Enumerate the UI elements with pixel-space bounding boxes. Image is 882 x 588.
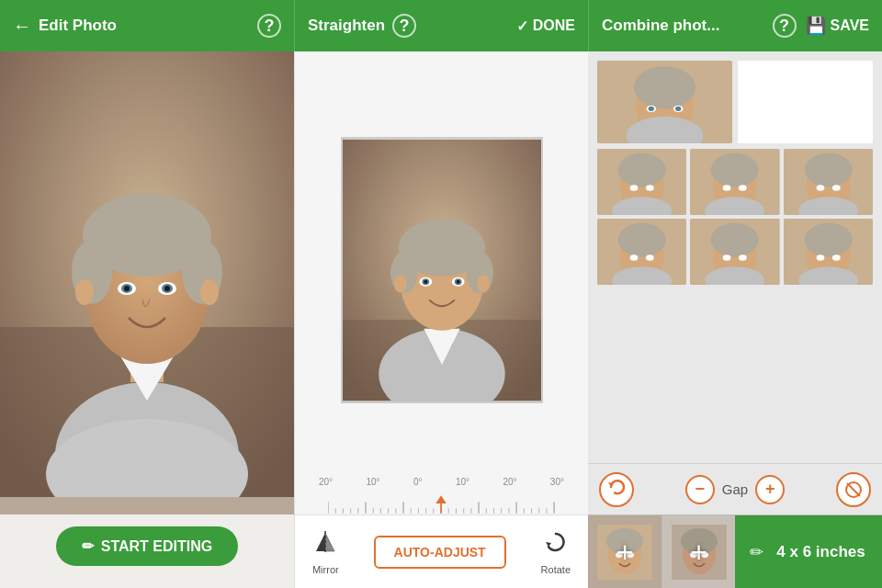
left-photo (0, 51, 294, 514)
photo-grid-row2 (597, 149, 873, 215)
add-photo-slot-1[interactable]: + (588, 515, 662, 588)
edit-pencil-icon: ✏ (82, 537, 94, 555)
size-label: 4 x 6 inches (775, 543, 867, 561)
grid-photo-3 (597, 149, 686, 215)
svg-point-89 (711, 153, 759, 187)
svg-point-83 (618, 153, 666, 187)
svg-marker-72 (546, 542, 551, 547)
svg-point-78 (649, 107, 654, 111)
svg-point-102 (630, 254, 639, 260)
middle-panel-title: Straighten (308, 17, 385, 35)
svg-point-108 (723, 254, 731, 260)
auto-adjust-label: AUTO-ADJUST (394, 545, 486, 560)
svg-point-101 (618, 223, 666, 257)
svg-point-84 (630, 185, 639, 190)
straighten-photo-frame (341, 137, 543, 403)
straighten-photo-area (295, 51, 588, 473)
middle-panel: 20° 10° 0° 10° 20° 30° ruler ticks (294, 51, 588, 588)
bottom-strip: + + ✏ 4 x 6 inches (588, 514, 882, 588)
svg-point-90 (723, 185, 731, 190)
svg-marker-70 (325, 533, 334, 551)
gap-decrease-button[interactable]: − (685, 475, 715, 504)
svg-point-85 (646, 185, 654, 190)
rotate-tool[interactable]: Rotate (541, 529, 571, 575)
ruler-ticks: ruler ticks (310, 487, 573, 514)
done-check-icon: ✓ (516, 17, 528, 35)
start-editing-label: START EDITING (101, 538, 212, 555)
svg-marker-68 (435, 495, 446, 503)
svg-point-113 (804, 223, 852, 257)
photo-grid-row3 (597, 219, 873, 285)
no-border-button[interactable] (836, 472, 871, 507)
ruler-area[interactable]: 20° 10° 0° 10° 20° 30° ruler ticks (295, 473, 588, 514)
svg-point-33 (424, 279, 427, 283)
svg-point-114 (816, 254, 824, 260)
add-icon-1: + (616, 536, 634, 570)
svg-point-16 (75, 279, 94, 305)
add-icon-2: + (690, 536, 707, 570)
gap-label: Gap (722, 481, 748, 497)
bottom-tools-bar: Mirror AUTO-ADJUST Rotate (295, 514, 588, 588)
left-portrait-image (0, 51, 294, 497)
back-button[interactable]: ← (13, 16, 31, 37)
mirror-tool[interactable]: Mirror (312, 529, 339, 575)
gap-control: − Gap + (685, 475, 785, 504)
grid-photo-1 (597, 61, 732, 143)
svg-point-79 (675, 107, 681, 111)
ruler-label-neg20: 20° (319, 477, 333, 487)
mirror-icon (312, 529, 338, 560)
grid-photo-8 (784, 219, 873, 285)
grid-photo-7 (690, 219, 779, 285)
grid-photo-4 (690, 149, 779, 215)
svg-point-96 (816, 185, 824, 190)
done-button[interactable]: ✓ DONE (516, 17, 575, 35)
svg-point-95 (804, 153, 852, 187)
svg-point-107 (711, 223, 759, 257)
ruler-label-neg10: 10° (366, 477, 379, 487)
start-editing-button[interactable]: ✏ START EDITING (56, 526, 238, 566)
ruler-label-pos30: 30° (550, 477, 564, 487)
ruler-label-pos10: 10° (456, 477, 469, 487)
svg-point-103 (646, 254, 654, 260)
left-help-button[interactable]: ? (257, 14, 281, 38)
save-button[interactable]: 💾 SAVE (806, 16, 869, 36)
ruler-label-pos20: 20° (503, 477, 516, 487)
svg-point-17 (200, 279, 219, 305)
svg-point-91 (739, 185, 747, 190)
svg-line-119 (847, 483, 860, 496)
svg-point-97 (832, 185, 841, 190)
combine-controls-bar: − Gap + (588, 463, 882, 514)
svg-point-35 (393, 274, 406, 292)
left-panel-title: Edit Photo (39, 17, 117, 35)
middle-help-button[interactable]: ? (392, 14, 416, 38)
no-border-icon (844, 481, 863, 499)
add-photo-slot-2[interactable]: + (662, 515, 735, 588)
svg-point-75 (634, 66, 695, 108)
combine-photo-area (588, 51, 882, 463)
right-panel-title: Combine phot... (602, 17, 719, 35)
left-panel: ✏ START EDITING (0, 51, 294, 588)
mirror-label: Mirror (312, 564, 339, 575)
svg-point-34 (456, 279, 459, 283)
svg-point-15 (164, 286, 170, 291)
svg-point-36 (477, 274, 490, 292)
grid-photo-2-blank (738, 61, 873, 143)
size-edit-pencil-icon[interactable]: ✏ (750, 542, 763, 562)
right-help-button[interactable]: ? (773, 14, 797, 38)
straighten-portrait (343, 137, 541, 403)
rotate-icon (543, 529, 569, 560)
undo-button[interactable] (599, 472, 634, 507)
ruler-labels: 20° 10° 0° 10° 20° 30° (310, 477, 573, 487)
right-toolbar: Combine phot... ? 💾 SAVE (588, 0, 882, 51)
save-label: SAVE (831, 17, 869, 34)
rotate-label: Rotate (541, 564, 571, 575)
auto-adjust-button[interactable]: AUTO-ADJUST (374, 536, 506, 569)
photo-grid-row1 (597, 61, 873, 143)
left-toolbar: ← Edit Photo ? (0, 0, 294, 51)
gap-increase-button[interactable]: + (755, 475, 785, 504)
ruler-label-0: 0° (413, 477, 423, 487)
svg-point-14 (124, 286, 130, 291)
svg-point-109 (739, 254, 747, 260)
size-bar: ✏ 4 x 6 inches (735, 515, 882, 588)
grid-photo-6 (597, 219, 686, 285)
